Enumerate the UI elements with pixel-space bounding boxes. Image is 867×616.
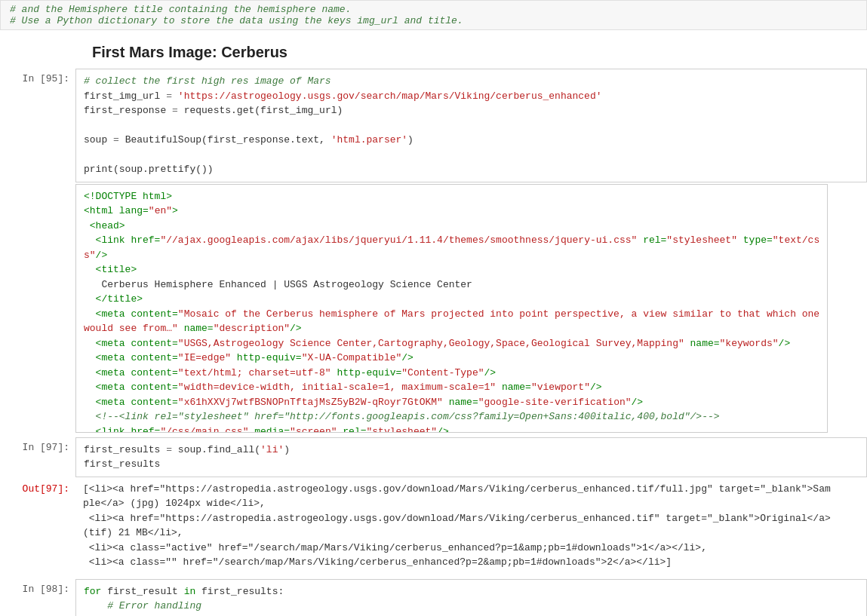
out-line-6: <li><a class="" href="/search/map/Mars/V… (83, 555, 859, 570)
page-heading: First Mars Image: Cerberus (92, 44, 867, 61)
so-line-2: <html lang="en"> (84, 204, 819, 219)
out-line-5: <li><a class="active" href="/search/map/… (83, 541, 859, 556)
code-line-print: print(soup.prettify()) (84, 162, 859, 177)
so-line-7: Cerberus Hemisphere Enhanced | USGS Astr… (84, 277, 819, 293)
code-line-try: try: (84, 614, 859, 617)
cell-95-content[interactable]: # collect the first high res image of Ma… (75, 69, 867, 182)
so-line-8: </title> (84, 292, 819, 307)
so-line-16: <!--<link rel="stylesheet" href="http://… (84, 409, 819, 424)
so-line-1: <!DOCTYPE html> (84, 189, 819, 204)
scrollable-label (0, 184, 75, 433)
so-line-13: <meta content="text/html; charset=utf-8"… (84, 366, 819, 381)
out-line-1: [<li><a href="https://astropedia.astroge… (83, 482, 859, 497)
cell-98: In [98]: for first_result in first_resul… (0, 579, 867, 617)
so-line-17: <link href="/css/main.css" media="screen… (84, 424, 819, 433)
so-line-9: <meta content="Mosaic of the Cerberus he… (84, 307, 819, 322)
so-line-4: <link href="//ajax.googleapis.com/ajax/l… (84, 233, 819, 248)
code-line-soup: soup = BeautifulSoup(first_response.text… (84, 133, 859, 148)
code-line-error-comment: # Error handling (84, 599, 859, 614)
heading-area: First Mars Image: Cerberus (0, 30, 867, 69)
cell-98-content[interactable]: for first_result in first_results: # Err… (75, 579, 867, 617)
cell-97-label: In [97]: (0, 437, 75, 479)
top-comment-area: # and the Hemisphere title containing th… (0, 0, 867, 30)
so-line-6: <title> (84, 262, 819, 277)
code-line-response: first_response = requests.get(first_img_… (84, 103, 859, 118)
out-97-content: [<li><a href="https://astropedia.astroge… (75, 479, 867, 573)
cell-95: In [95]: # collect the first high res im… (0, 69, 867, 184)
out-line-2: ple</a> (jpg) 1024px wide</li>, (83, 496, 859, 511)
so-line-3: <head> (84, 219, 819, 234)
code-line-find-all: first_results = soup.find_all('li') (84, 443, 859, 458)
out-97-row: Out[97]: [<li><a href="https://astropedi… (0, 479, 867, 575)
so-line-14: <meta content="width=device-width, initi… (84, 380, 819, 395)
comment-line-2: # Use a Python dictionary to store the d… (10, 15, 857, 26)
code-line-url: first_img_url = 'https://astrogeology.us… (84, 89, 859, 104)
cell-95-label: In [95]: (0, 69, 75, 184)
so-line-5: s"/> (84, 248, 819, 263)
scrollable-output[interactable]: <!DOCTYPE html> <html lang="en"> <head> … (75, 184, 828, 433)
notebook: # and the Hemisphere title containing th… (0, 0, 867, 616)
so-line-11: <meta content="USGS,Astrogeology Science… (84, 336, 819, 351)
code-comment-line: # collect the first high res image of Ma… (84, 74, 859, 89)
comment-line-1: # and the Hemisphere title containing th… (10, 4, 857, 15)
cell-97: In [97]: first_results = soup.find_all('… (0, 437, 867, 479)
cell-98-label: In [98]: (0, 579, 75, 617)
so-line-10: would see from…" name="description"/> (84, 321, 819, 336)
scrollable-output-row: <!DOCTYPE html> <html lang="en"> <head> … (0, 184, 867, 433)
code-line-first-results: first_results (84, 457, 859, 472)
code-line-for: for first_result in first_results: (84, 584, 859, 599)
cell-97-content[interactable]: first_results = soup.find_all('li') firs… (75, 437, 867, 477)
so-line-12: <meta content="IE=edge" http-equiv="X-UA… (84, 351, 819, 366)
out-line-3: <li><a href="https://astropedia.astrogeo… (83, 511, 859, 526)
out-line-4: (tif) 21 MB</li>, (83, 526, 859, 541)
out-97-label: Out[97]: (0, 479, 75, 575)
so-line-15: <meta content="x61hXXVj7wtfBSNOPnTftajMs… (84, 395, 819, 410)
